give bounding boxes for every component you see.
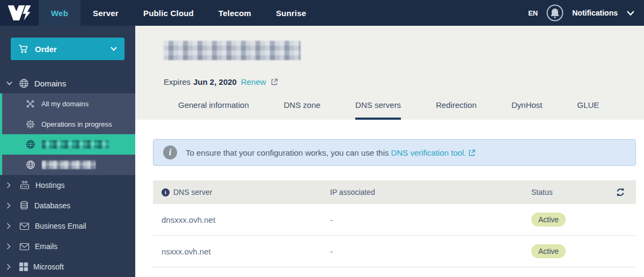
tab-dynhost[interactable]: DynHost <box>511 100 543 120</box>
redacted-domain-name <box>42 140 109 149</box>
table-row: dnsxxx.ovh.net - Active <box>153 204 636 236</box>
chevron-down-icon <box>6 81 12 85</box>
network-nodes-icon <box>26 99 35 108</box>
globe-icon <box>26 140 35 149</box>
sidebar-item-label: Domains <box>34 79 66 88</box>
nav-tab-telecom[interactable]: Telecom <box>206 0 264 26</box>
table-header-row: i DNS server IP associated Status <box>153 180 636 204</box>
expires-label: Expires <box>164 77 191 86</box>
envelope-icon <box>19 222 30 230</box>
ovh-logo-icon <box>7 5 32 20</box>
column-header-dns-server: i DNS server <box>153 188 330 196</box>
notifications-label[interactable]: Notifications <box>572 9 618 17</box>
globe-icon <box>26 160 35 170</box>
gear-icon <box>26 120 35 129</box>
refresh-icon[interactable] <box>616 187 636 197</box>
info-icon: i <box>162 188 170 196</box>
info-icon: i <box>163 145 177 159</box>
table-row: nsxxx.ovh.net - Active <box>153 236 636 267</box>
sidebar-item-label: Hostings <box>35 181 64 189</box>
globe-icon <box>19 78 29 89</box>
tab-dns-zone[interactable]: DNS zone <box>284 100 320 120</box>
order-chevron-down-icon <box>111 47 117 51</box>
sidebar-item-second-domain[interactable] <box>2 155 135 175</box>
expires-line: Expires Jun 2, 2020 Renew <box>164 77 278 86</box>
envelope-icon <box>19 243 30 251</box>
nav-tab-sunrise[interactable]: Sunrise <box>264 0 318 26</box>
cart-icon <box>18 44 28 54</box>
status-badge: Active <box>531 213 566 227</box>
domains-submenu: All my domains Operations in progress <box>0 93 135 175</box>
column-header-ip-associated: IP associated <box>330 188 531 196</box>
language-selector[interactable]: EN <box>528 9 538 17</box>
dns-servers-table: i DNS server IP associated Status dnsxxx… <box>153 180 636 267</box>
status-cell: Active <box>531 244 636 258</box>
sidebar-sections: Hostings Databases <box>0 175 135 277</box>
sidebar-item-domains[interactable]: Domains <box>0 73 135 93</box>
sidebar-item-label: Emails <box>35 242 57 251</box>
chevron-right-icon <box>6 243 11 250</box>
domain-tabs: General information DNS zone DNS servers… <box>135 100 644 120</box>
sidebar-item-hostings[interactable]: Hostings <box>0 175 135 195</box>
submenu-item-label: Operations in progress <box>41 120 112 128</box>
banner-text: To ensure that your configuration works,… <box>186 148 389 157</box>
sidebar-item-business-email[interactable]: Business Email <box>0 216 135 236</box>
tab-redirection[interactable]: Redirection <box>436 100 477 120</box>
expires-date: Jun 2, 2020 <box>193 77 237 86</box>
sidebar-item-label: Microsoft <box>33 263 64 271</box>
sidebar-item-microsoft[interactable]: Microsoft <box>0 257 135 277</box>
ovh-logo[interactable] <box>0 0 39 26</box>
chevron-right-icon <box>6 223 11 229</box>
sidebar: Order Domains <box>0 26 135 277</box>
domain-header: Expires Jun 2, 2020 Renew General inform… <box>135 26 644 120</box>
tab-general-information[interactable]: General information <box>178 100 249 120</box>
tab-dns-servers[interactable]: DNS servers <box>355 100 401 120</box>
database-icon <box>19 201 29 210</box>
chevron-right-icon <box>6 202 11 209</box>
universe-nav: Web Server Public Cloud Telecom Sunrise <box>39 0 319 26</box>
sidebar-item-selected-domain[interactable] <box>2 134 135 155</box>
microsoft-icon <box>19 263 28 271</box>
hostings-icon <box>19 180 30 190</box>
redacted-page-title <box>164 41 301 60</box>
column-header-label: DNS server <box>173 188 212 196</box>
order-button[interactable]: Order <box>11 38 125 60</box>
sidebar-item-all-my-domains[interactable]: All my domains <box>2 93 135 114</box>
topbar-right-controls: EN Notifications <box>528 0 644 26</box>
sidebar-item-emails[interactable]: Emails <box>0 236 135 257</box>
notifications-bell-icon[interactable] <box>546 4 564 22</box>
nav-tab-public-cloud[interactable]: Public Cloud <box>131 0 206 26</box>
tab-glue[interactable]: GLUE <box>577 100 599 120</box>
info-banner: i To ensure that your configuration work… <box>153 139 636 166</box>
main-content: Expires Jun 2, 2020 Renew General inform… <box>135 26 644 277</box>
ip-cell: - <box>330 247 531 256</box>
nav-tab-server[interactable]: Server <box>80 0 131 26</box>
dns-server-cell: nsxxx.ovh.net <box>153 247 330 256</box>
column-header-status: Status <box>531 188 616 196</box>
dns-verification-tool-link[interactable]: DNS verification tool. <box>391 148 466 157</box>
renew-link[interactable]: Renew <box>241 77 266 86</box>
external-link-icon[interactable] <box>469 149 475 156</box>
top-navigation-bar: Web Server Public Cloud Telecom Sunrise … <box>0 0 644 26</box>
order-button-label: Order <box>35 45 57 54</box>
external-link-icon[interactable] <box>271 78 278 85</box>
sidebar-item-databases[interactable]: Databases <box>0 195 135 216</box>
status-cell: Active <box>531 213 636 227</box>
submenu-item-label: All my domains <box>41 100 89 108</box>
dns-server-cell: dnsxxx.ovh.net <box>153 215 330 224</box>
chevron-right-icon <box>6 264 11 270</box>
sidebar-item-operations-in-progress[interactable]: Operations in progress <box>2 114 135 134</box>
nav-tab-web[interactable]: Web <box>39 0 80 26</box>
sidebar-item-label: Databases <box>34 201 70 210</box>
status-badge: Active <box>531 244 566 258</box>
redacted-domain-name <box>42 161 96 169</box>
chevron-right-icon <box>6 182 11 188</box>
notifications-chevron-down-icon[interactable] <box>627 11 634 16</box>
sidebar-item-label: Business Email <box>35 222 86 230</box>
ip-cell: - <box>330 215 531 224</box>
